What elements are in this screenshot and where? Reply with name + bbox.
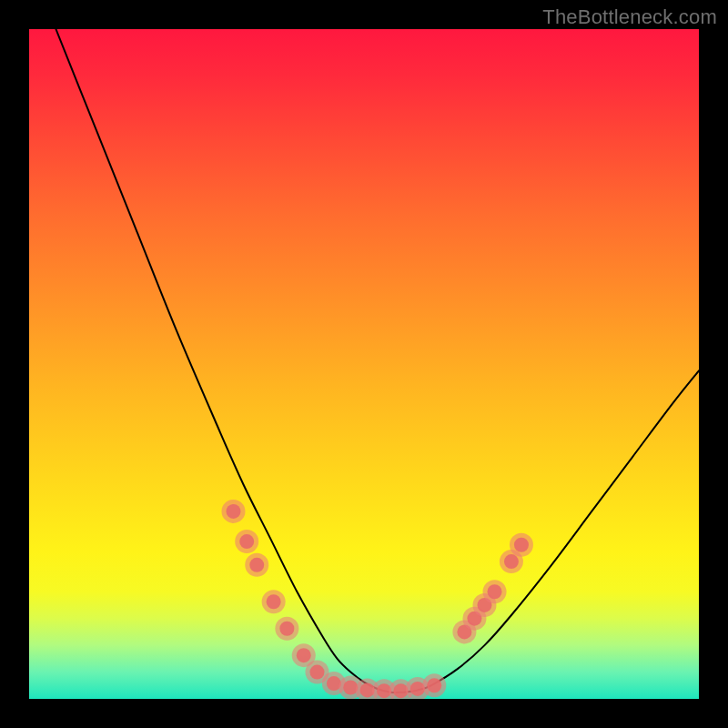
marker-layer bbox=[221, 500, 532, 699]
marker-dot bbox=[514, 538, 529, 552]
marker-dot bbox=[488, 584, 502, 599]
marker-dot bbox=[309, 665, 324, 680]
marker-dot bbox=[226, 504, 240, 519]
marker-dot bbox=[249, 558, 264, 572]
chart-stage: TheBottleneck.com bbox=[0, 0, 728, 728]
line-series bbox=[56, 29, 699, 693]
curves-layer bbox=[29, 29, 699, 699]
marker-dot bbox=[297, 648, 311, 662]
marker-dot bbox=[279, 622, 294, 636]
left-curve bbox=[56, 29, 404, 693]
marker-dot bbox=[267, 594, 281, 609]
marker-dot bbox=[427, 678, 441, 693]
marker-dot bbox=[343, 680, 358, 694]
right-curve bbox=[404, 370, 699, 692]
watermark-text: TheBottleneck.com bbox=[542, 5, 717, 29]
marker-dot bbox=[239, 534, 254, 549]
marker-dot bbox=[504, 554, 519, 569]
plot-area bbox=[29, 29, 699, 699]
